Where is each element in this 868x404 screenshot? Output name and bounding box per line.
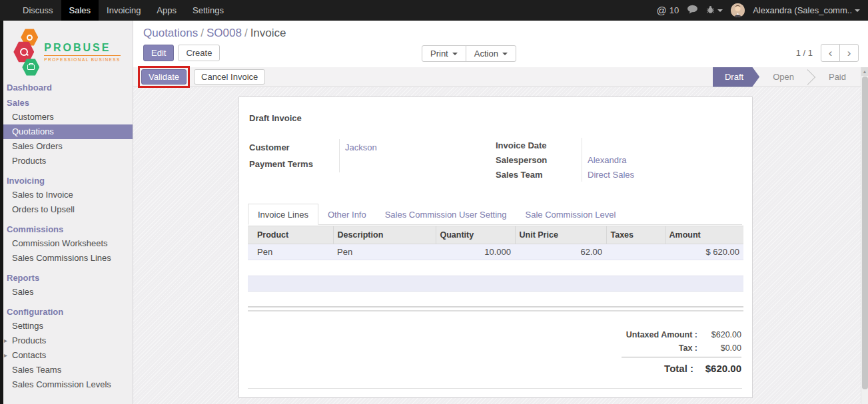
control-panel: Quotations/SO008/Invoice Edit Create Pri… [133,21,868,67]
briefcase-icon [27,65,35,70]
user-name: Alexandra (Sales_comm.. [753,5,852,15]
sidebar-header-dashboard[interactable]: Dashboard [0,81,133,95]
sidebar-item-config-contacts[interactable]: ▸ Contacts [0,348,133,363]
state-paid[interactable]: Paid [815,67,859,87]
salesperson-value[interactable]: Alexandra [588,155,627,165]
tab-sale-commission-level[interactable]: Sale Commission Level [516,204,626,224]
sidebar-item-customers[interactable]: Customers [0,110,133,124]
sidebar-header-reports: Reports [0,271,133,285]
sidebar-item-reports-sales[interactable]: Sales [0,285,133,300]
user-menu[interactable]: Alexandra (Sales_comm.. [753,5,860,15]
sidebar-item-quotations[interactable]: Quotations [0,124,133,139]
topbar-right: @ 10 [656,0,868,21]
mention-icon: @ [656,5,666,16]
menu-settings[interactable]: Settings [185,0,232,21]
table-row[interactable]: Pen Pen 10.000 62.00 $ 620.00 [248,244,743,260]
record-buttons: Edit Create [143,45,220,61]
invoice-sheet: Draft Invoice Customer Payment Terms Jac… [238,97,753,398]
menu-discuss[interactable]: Discuss [15,0,61,21]
salesperson-label: Salesperson [496,155,547,165]
expand-caret-icon[interactable]: ▸ [4,336,7,345]
sidebar-item-config-products[interactable]: ▸ Products [0,333,133,348]
chat-bubble-icon [687,5,698,16]
chevron-down-icon [717,9,723,12]
sidebar-header-invoicing: Invoicing [0,174,133,188]
sidebar-item-sales-teams[interactable]: Sales Teams [0,363,133,377]
debug-menu-button[interactable] [706,5,723,16]
menu-sales[interactable]: Sales [61,0,99,21]
sidebar-item-orders-to-upsell[interactable]: Orders to Upsell [0,202,133,217]
section-configuration: Configuration Settings ▸ Products ▸ Cont… [0,305,133,392]
left-edge-strip [0,21,3,404]
sidebar-item-label: Contacts [12,350,46,360]
col-header-unit-price[interactable]: Unit Price [515,226,606,244]
sidebar-header-sales[interactable]: Sales [0,96,133,110]
cell-product: Pen [248,244,333,260]
section-divider [248,306,743,311]
expand-caret-icon[interactable]: ▸ [4,351,7,360]
status-widget: Draft Open Paid [713,67,859,87]
col-header-amount[interactable]: Amount [665,226,743,244]
breadcrumb-quotations[interactable]: Quotations [143,27,198,39]
topbar: Discuss Sales Invoicing Apps Settings @ … [0,0,868,21]
sales-team-label: Sales Team [496,170,543,180]
pager-previous-button[interactable]: ‹ [821,44,840,62]
state-draft[interactable]: Draft [713,67,759,87]
logo-title: PROBUSE [44,42,120,54]
scroll-up-arrow-icon[interactable]: ▲ [861,67,868,76]
breadcrumb-so008[interactable]: SO008 [207,27,242,39]
breadcrumb-separator: / [242,27,250,39]
tab-other-info[interactable]: Other Info [318,204,376,224]
chevron-left-icon: ‹ [829,47,833,60]
table-header-row: Product Description Quantity Unit Price … [248,226,743,244]
pager-next-button[interactable]: › [839,44,859,62]
cell-taxes [606,244,665,260]
create-button[interactable]: Create [178,45,220,61]
customer-value[interactable]: Jackson [345,142,377,152]
col-header-product[interactable]: Product [248,226,333,244]
bug-icon [706,5,715,16]
scrollbar-thumb[interactable] [862,77,868,389]
col-header-taxes[interactable]: Taxes [606,226,665,244]
cell-unit-price: 62.00 [515,244,606,260]
sidebar-item-sales-to-invoice[interactable]: Sales to Invoice [0,188,133,202]
cell-amount: $ 620.00 [665,244,743,260]
edit-button[interactable]: Edit [143,45,174,61]
vertical-scrollbar[interactable]: ▲ [861,67,868,404]
print-dropdown-button[interactable]: Print [422,45,466,62]
cancel-invoice-button[interactable]: Cancel Invoice [194,69,265,85]
menu-apps[interactable]: Apps [149,0,185,21]
chevron-down-icon [452,53,458,55]
sidebar-item-sales-commissions-lines[interactable]: Sales Commissions Lines [0,251,133,266]
col-header-description[interactable]: Description [333,226,436,244]
gear-icon [27,35,33,41]
sidebar-item-settings[interactable]: Settings [0,319,133,333]
print-label: Print [430,49,448,59]
menu-invoicing[interactable]: Invoicing [99,0,149,21]
sidebar-item-products[interactable]: Products [0,154,133,168]
state-open[interactable]: Open [759,67,807,87]
tab-sales-commission-user-setting[interactable]: Sales Commission User Setting [376,204,516,224]
chevron-right-icon: › [847,47,851,60]
col-header-quantity[interactable]: Quantity [436,226,515,244]
sales-team-value[interactable]: Direct Sales [588,170,634,180]
cell-description: Pen [333,244,436,260]
mentions-counter[interactable]: @ 10 [656,5,679,16]
breadcrumb-separator: / [198,27,207,39]
sidebar-item-sales-orders[interactable]: Sales Orders [0,139,133,154]
sidebar-item-commission-worksheets[interactable]: Commission Worksheets [0,236,133,251]
chevron-down-icon [502,53,508,55]
tab-invoice-lines[interactable]: Invoice Lines [248,204,318,225]
validate-button[interactable]: Validate [141,69,187,85]
topbar-menus: Discuss Sales Invoicing Apps Settings [0,0,232,21]
highlight-annotation-box: Validate [138,66,190,88]
avatar[interactable] [731,3,745,17]
action-dropdown-button[interactable]: Action [466,45,516,62]
sidebar-item-sales-commission-levels[interactable]: Sales Commission Levels [0,377,133,392]
untaxed-amount-value: $620.00 [697,330,741,339]
messages-button[interactable] [687,5,698,16]
tax-value: $0.00 [697,343,741,353]
untaxed-amount-label: Untaxed Amount : [622,330,697,339]
notebook-tabs: Invoice Lines Other Info Sales Commissio… [248,204,742,225]
invoice-lines-table: Product Description Quantity Unit Price … [248,226,743,260]
